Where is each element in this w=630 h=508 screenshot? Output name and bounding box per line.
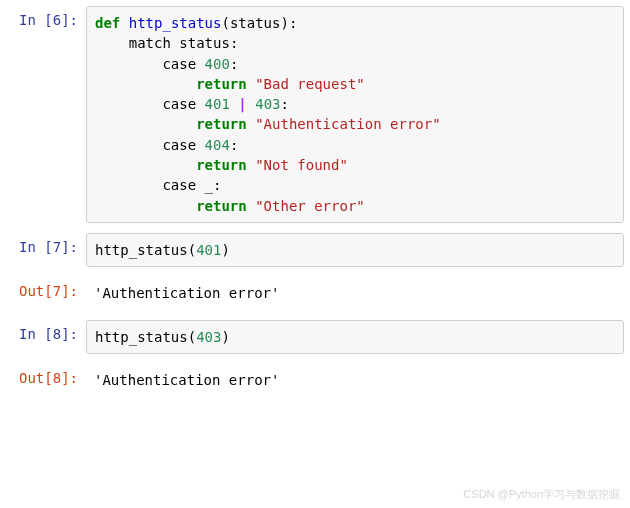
- input-prompt: In [6]:: [6, 6, 86, 28]
- call-arg: 403: [196, 329, 221, 345]
- paren: (: [188, 242, 196, 258]
- call-fn: http_status: [95, 329, 188, 345]
- var-status: status: [179, 35, 230, 51]
- keyword-match: match: [129, 35, 171, 51]
- call-arg: 401: [196, 242, 221, 258]
- keyword-case: case: [162, 177, 196, 193]
- output-prompt: Out[7]:: [6, 277, 86, 299]
- colon: :: [213, 177, 221, 193]
- input-prompt: In [8]:: [6, 320, 86, 342]
- paren: ): [221, 242, 229, 258]
- literal-401: 401: [205, 96, 230, 112]
- keyword-return: return: [196, 157, 247, 173]
- code-input[interactable]: http_status(401): [86, 233, 624, 267]
- paren: (: [188, 329, 196, 345]
- call-fn: http_status: [95, 242, 188, 258]
- paren: ): [221, 329, 229, 345]
- keyword-return: return: [196, 198, 247, 214]
- output-prompt: Out[8]:: [6, 364, 86, 386]
- literal-404: 404: [205, 137, 230, 153]
- code-input[interactable]: def http_status(status): match status: c…: [86, 6, 624, 223]
- colon: :: [230, 56, 238, 72]
- code-output: 'Authentication error': [86, 277, 624, 309]
- paren: ):: [280, 15, 297, 31]
- code-input[interactable]: http_status(403): [86, 320, 624, 354]
- keyword-def: def: [95, 15, 120, 31]
- output-cell: Out[7]: 'Authentication error': [6, 277, 624, 309]
- string-not-found: "Not found": [255, 157, 348, 173]
- keyword-case: case: [162, 137, 196, 153]
- keyword-return: return: [196, 116, 247, 132]
- string-auth-error: "Authentication error": [255, 116, 440, 132]
- literal-400: 400: [205, 56, 230, 72]
- colon: :: [230, 137, 238, 153]
- function-name: http_status: [129, 15, 222, 31]
- paren: (: [221, 15, 229, 31]
- keyword-case: case: [162, 56, 196, 72]
- wildcard: _: [205, 177, 213, 193]
- code-cell: In [7]: http_status(401): [6, 233, 624, 267]
- code-cell: In [6]: def http_status(status): match s…: [6, 6, 624, 223]
- colon: :: [230, 35, 238, 51]
- string-bad-request: "Bad request": [255, 76, 365, 92]
- pipe-op: |: [238, 96, 246, 112]
- keyword-return: return: [196, 76, 247, 92]
- code-output: 'Authentication error': [86, 364, 624, 396]
- code-cell: In [8]: http_status(403): [6, 320, 624, 354]
- param: status: [230, 15, 281, 31]
- string-other-error: "Other error": [255, 198, 365, 214]
- colon: :: [281, 96, 289, 112]
- keyword-case: case: [162, 96, 196, 112]
- output-cell: Out[8]: 'Authentication error': [6, 364, 624, 396]
- literal-403: 403: [255, 96, 280, 112]
- input-prompt: In [7]:: [6, 233, 86, 255]
